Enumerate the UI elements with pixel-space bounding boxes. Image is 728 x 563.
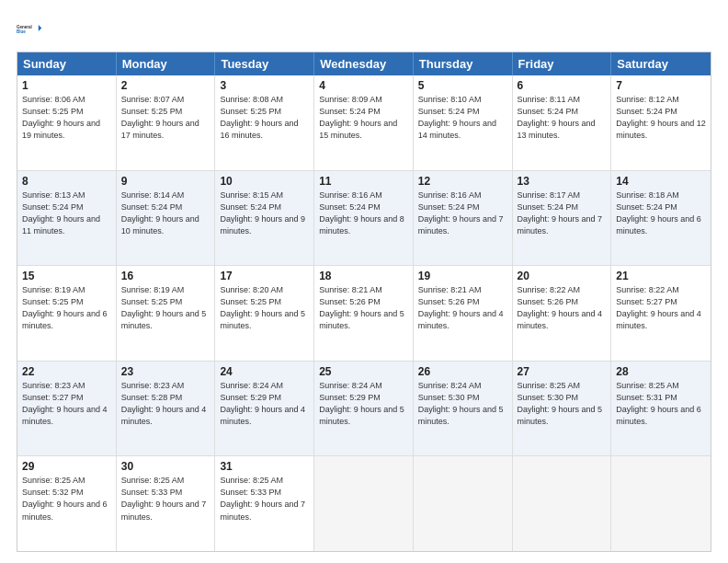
cell-info: Sunrise: 8:23 AMSunset: 5:28 PMDaylight:… bbox=[121, 380, 210, 428]
cell-info: Sunrise: 8:17 AMSunset: 5:24 PMDaylight:… bbox=[518, 190, 607, 237]
day-number: 13 bbox=[518, 175, 607, 188]
day-number: 2 bbox=[121, 79, 210, 92]
day-number: 9 bbox=[121, 175, 210, 188]
calendar-cell: 19Sunrise: 8:21 AMSunset: 5:26 PMDayligh… bbox=[414, 266, 513, 361]
calendar-row: 29Sunrise: 8:25 AMSunset: 5:32 PMDayligh… bbox=[17, 455, 711, 551]
day-number: 5 bbox=[418, 79, 507, 92]
svg-marker-2 bbox=[39, 25, 42, 31]
day-number: 6 bbox=[518, 79, 607, 92]
day-number: 29 bbox=[22, 460, 111, 473]
day-number: 16 bbox=[121, 270, 210, 282]
calendar-cell: 8Sunrise: 8:13 AMSunset: 5:24 PMDaylight… bbox=[17, 171, 117, 266]
calendar-cell bbox=[314, 456, 414, 551]
calendar-cell: 9Sunrise: 8:14 AMSunset: 5:24 PMDaylight… bbox=[117, 171, 216, 266]
day-number: 22 bbox=[22, 365, 111, 378]
calendar-cell: 12Sunrise: 8:16 AMSunset: 5:24 PMDayligh… bbox=[414, 171, 513, 266]
calendar-cell: 5Sunrise: 8:10 AMSunset: 5:24 PMDaylight… bbox=[414, 75, 513, 170]
weekday-header: Saturday bbox=[611, 52, 711, 75]
calendar-cell: 26Sunrise: 8:24 AMSunset: 5:30 PMDayligh… bbox=[414, 362, 513, 456]
day-number: 4 bbox=[319, 79, 408, 92]
day-number: 25 bbox=[319, 365, 408, 378]
cell-info: Sunrise: 8:25 AMSunset: 5:30 PMDaylight:… bbox=[518, 380, 607, 428]
weekday-header: Tuesday bbox=[215, 52, 314, 75]
cell-info: Sunrise: 8:20 AMSunset: 5:25 PMDaylight:… bbox=[220, 284, 309, 332]
calendar-header: SundayMondayTuesdayWednesdayThursdayFrid… bbox=[17, 52, 711, 75]
calendar-row: 15Sunrise: 8:19 AMSunset: 5:25 PMDayligh… bbox=[17, 265, 711, 361]
day-number: 20 bbox=[518, 270, 607, 282]
calendar-cell: 30Sunrise: 8:25 AMSunset: 5:33 PMDayligh… bbox=[117, 456, 216, 551]
day-number: 17 bbox=[220, 270, 309, 282]
cell-info: Sunrise: 8:18 AMSunset: 5:24 PMDaylight:… bbox=[616, 190, 706, 237]
calendar-body: 1Sunrise: 8:06 AMSunset: 5:25 PMDaylight… bbox=[17, 75, 711, 551]
calendar-cell: 7Sunrise: 8:12 AMSunset: 5:24 PMDaylight… bbox=[611, 75, 711, 170]
cell-info: Sunrise: 8:12 AMSunset: 5:24 PMDaylight:… bbox=[616, 94, 706, 142]
calendar-cell: 6Sunrise: 8:11 AMSunset: 5:24 PMDaylight… bbox=[513, 75, 612, 170]
calendar-cell: 11Sunrise: 8:16 AMSunset: 5:24 PMDayligh… bbox=[314, 171, 414, 266]
calendar-cell: 21Sunrise: 8:22 AMSunset: 5:27 PMDayligh… bbox=[611, 266, 711, 361]
calendar-cell: 24Sunrise: 8:24 AMSunset: 5:29 PMDayligh… bbox=[215, 362, 314, 456]
day-number: 30 bbox=[121, 460, 210, 473]
calendar-row: 1Sunrise: 8:06 AMSunset: 5:25 PMDaylight… bbox=[17, 75, 711, 170]
calendar-cell: 27Sunrise: 8:25 AMSunset: 5:30 PMDayligh… bbox=[513, 362, 612, 456]
cell-info: Sunrise: 8:22 AMSunset: 5:27 PMDaylight:… bbox=[616, 284, 706, 332]
cell-info: Sunrise: 8:21 AMSunset: 5:26 PMDaylight:… bbox=[319, 284, 408, 332]
day-number: 15 bbox=[22, 270, 111, 282]
day-number: 18 bbox=[319, 270, 408, 282]
calendar: SundayMondayTuesdayWednesdayThursdayFrid… bbox=[17, 52, 711, 552]
calendar-cell: 17Sunrise: 8:20 AMSunset: 5:25 PMDayligh… bbox=[215, 266, 314, 361]
day-number: 27 bbox=[518, 365, 607, 378]
day-number: 19 bbox=[418, 270, 507, 282]
weekday-header: Monday bbox=[117, 52, 216, 75]
calendar-cell bbox=[513, 456, 612, 551]
cell-info: Sunrise: 8:25 AMSunset: 5:33 PMDaylight:… bbox=[121, 475, 210, 523]
day-number: 8 bbox=[22, 175, 111, 188]
cell-info: Sunrise: 8:21 AMSunset: 5:26 PMDaylight:… bbox=[418, 284, 507, 332]
day-number: 7 bbox=[616, 79, 706, 92]
calendar-cell: 16Sunrise: 8:19 AMSunset: 5:25 PMDayligh… bbox=[117, 266, 216, 361]
cell-info: Sunrise: 8:25 AMSunset: 5:32 PMDaylight:… bbox=[22, 475, 111, 523]
weekday-header: Sunday bbox=[17, 52, 117, 75]
cell-info: Sunrise: 8:10 AMSunset: 5:24 PMDaylight:… bbox=[418, 94, 507, 142]
day-number: 31 bbox=[220, 460, 309, 473]
calendar-cell bbox=[611, 456, 711, 551]
cell-info: Sunrise: 8:16 AMSunset: 5:24 PMDaylight:… bbox=[319, 190, 408, 237]
calendar-page: General Blue SundayMondayTuesdayWednesda… bbox=[0, 0, 728, 563]
day-number: 10 bbox=[220, 175, 309, 188]
calendar-cell: 15Sunrise: 8:19 AMSunset: 5:25 PMDayligh… bbox=[17, 266, 117, 361]
cell-info: Sunrise: 8:22 AMSunset: 5:26 PMDaylight:… bbox=[518, 284, 607, 332]
day-number: 12 bbox=[418, 175, 507, 188]
day-number: 26 bbox=[418, 365, 507, 378]
day-number: 3 bbox=[220, 79, 309, 92]
cell-info: Sunrise: 8:24 AMSunset: 5:30 PMDaylight:… bbox=[418, 380, 507, 428]
calendar-cell: 2Sunrise: 8:07 AMSunset: 5:25 PMDaylight… bbox=[117, 75, 216, 170]
day-number: 23 bbox=[121, 365, 210, 378]
cell-info: Sunrise: 8:24 AMSunset: 5:29 PMDaylight:… bbox=[319, 380, 408, 428]
day-number: 11 bbox=[319, 175, 408, 188]
calendar-cell: 23Sunrise: 8:23 AMSunset: 5:28 PMDayligh… bbox=[117, 362, 216, 456]
page-header: General Blue bbox=[17, 17, 711, 42]
logo: General Blue bbox=[17, 17, 42, 42]
cell-info: Sunrise: 8:23 AMSunset: 5:27 PMDaylight:… bbox=[22, 380, 111, 428]
cell-info: Sunrise: 8:11 AMSunset: 5:24 PMDaylight:… bbox=[518, 94, 607, 142]
svg-text:General: General bbox=[17, 25, 32, 29]
logo-icon: General Blue bbox=[17, 17, 42, 42]
day-number: 21 bbox=[616, 270, 706, 282]
cell-info: Sunrise: 8:16 AMSunset: 5:24 PMDaylight:… bbox=[418, 190, 507, 237]
calendar-cell: 29Sunrise: 8:25 AMSunset: 5:32 PMDayligh… bbox=[17, 456, 117, 551]
calendar-cell: 13Sunrise: 8:17 AMSunset: 5:24 PMDayligh… bbox=[513, 171, 612, 266]
cell-info: Sunrise: 8:08 AMSunset: 5:25 PMDaylight:… bbox=[220, 94, 309, 142]
cell-info: Sunrise: 8:09 AMSunset: 5:24 PMDaylight:… bbox=[319, 94, 408, 142]
weekday-header: Friday bbox=[513, 52, 612, 75]
weekday-header: Thursday bbox=[414, 52, 513, 75]
calendar-cell: 18Sunrise: 8:21 AMSunset: 5:26 PMDayligh… bbox=[314, 266, 414, 361]
svg-text:Blue: Blue bbox=[17, 29, 26, 34]
day-number: 1 bbox=[22, 79, 111, 92]
day-number: 28 bbox=[616, 365, 706, 378]
cell-info: Sunrise: 8:25 AMSunset: 5:33 PMDaylight:… bbox=[220, 475, 309, 523]
cell-info: Sunrise: 8:19 AMSunset: 5:25 PMDaylight:… bbox=[121, 284, 210, 332]
calendar-cell: 14Sunrise: 8:18 AMSunset: 5:24 PMDayligh… bbox=[611, 171, 711, 266]
cell-info: Sunrise: 8:19 AMSunset: 5:25 PMDaylight:… bbox=[22, 284, 111, 332]
cell-info: Sunrise: 8:25 AMSunset: 5:31 PMDaylight:… bbox=[616, 380, 706, 428]
cell-info: Sunrise: 8:14 AMSunset: 5:24 PMDaylight:… bbox=[121, 190, 210, 237]
calendar-row: 8Sunrise: 8:13 AMSunset: 5:24 PMDaylight… bbox=[17, 170, 711, 266]
